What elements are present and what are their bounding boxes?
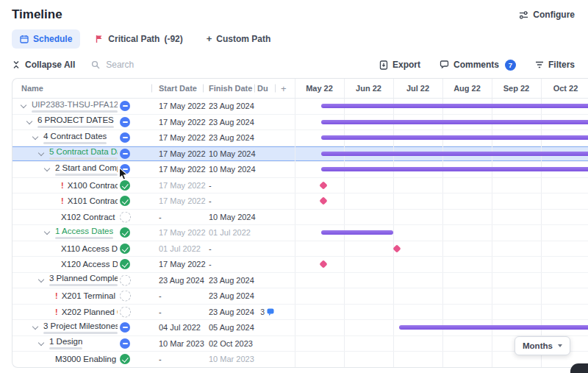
table-row[interactable]: X110 Access Date 2 - C 01 Jul 2022 -	[12, 241, 588, 257]
task-name-cell[interactable]: ! X100 Contract Award	[12, 178, 151, 193]
gantt-bar[interactable]	[321, 230, 393, 235]
start-date-cell[interactable]: 17 May 2022	[151, 178, 203, 193]
gantt-bar[interactable]	[321, 135, 588, 140]
gantt-bar[interactable]	[321, 120, 588, 124]
start-date-cell[interactable]: 10 Mar 2023	[151, 336, 203, 352]
start-date-cell[interactable]: 17 May 2022	[151, 146, 203, 162]
finish-date-cell[interactable]: 23 Aug 2024	[203, 273, 254, 288]
task-name-cell[interactable]: 1 Access Dates	[12, 225, 151, 241]
duration-cell[interactable]	[254, 130, 275, 146]
start-date-cell[interactable]: -	[151, 305, 203, 320]
table-row[interactable]: ! X100 Contract Award 17 May 2022 -	[12, 178, 588, 194]
chevron-down-icon[interactable]	[38, 150, 44, 156]
status-icon[interactable]	[120, 291, 131, 302]
task-name-cell[interactable]: 3 Planned Completion	[12, 273, 151, 288]
start-date-cell[interactable]: -	[151, 210, 203, 225]
duration-cell[interactable]	[254, 320, 275, 335]
status-icon[interactable]	[120, 132, 130, 143]
tab-critical-path[interactable]: Critical Path (-92)	[87, 29, 190, 49]
table-row[interactable]: 1 Design 10 Mar 2023 02 Oct 2023	[12, 336, 588, 352]
finish-date-cell[interactable]: 10 May 2024	[203, 146, 254, 162]
status-icon[interactable]	[120, 274, 131, 285]
milestone-diamond[interactable]	[319, 260, 327, 269]
duration-cell[interactable]	[254, 225, 275, 241]
status-icon[interactable]	[120, 244, 130, 254]
start-date-cell[interactable]: 17 May 2022	[151, 130, 203, 146]
finish-date-cell[interactable]: 23 Aug 2024	[203, 115, 254, 130]
task-name-cell[interactable]: ! X202 Planned Completio	[12, 305, 151, 320]
gantt-row[interactable]	[295, 162, 588, 177]
gantt-bar[interactable]	[321, 104, 588, 108]
chevron-down-icon[interactable]	[32, 134, 38, 140]
tab-schedule[interactable]: Schedule	[12, 29, 80, 49]
table-row[interactable]: 6 PROJECT DATES 17 May 2022 23 Aug 2024	[12, 115, 588, 131]
finish-date-cell[interactable]: 23 Aug 2024	[203, 305, 254, 320]
task-name-cell[interactable]: UIP2383-THSU-PFA12r1 THSU PF	[12, 99, 151, 114]
table-row[interactable]: ! X202 Planned Completio - 23 Aug 2024 3	[12, 305, 588, 321]
task-name-cell[interactable]: X102 Contract Completi	[12, 210, 151, 225]
table-row[interactable]: M3000 Enabling Works D - 10 Mar 2023	[12, 352, 588, 368]
status-icon[interactable]	[120, 164, 130, 174]
duration-cell[interactable]	[254, 146, 275, 162]
gantt-row[interactable]	[295, 288, 588, 304]
floating-corner-widget[interactable]	[570, 363, 588, 373]
finish-date-cell[interactable]: 02 Oct 2023	[203, 336, 254, 352]
start-date-cell[interactable]: 17 May 2022	[151, 225, 203, 241]
table-row[interactable]: ! X101 Contract Start Da 17 May 2022 -	[12, 193, 588, 210]
finish-date-cell[interactable]: -	[203, 193, 254, 209]
comment-chip-icon[interactable]	[267, 308, 274, 316]
task-name-cell[interactable]: 1 Design	[12, 336, 151, 352]
finish-date-cell[interactable]: 10 Mar 2023	[203, 352, 254, 367]
duration-cell[interactable]	[254, 257, 275, 272]
status-icon[interactable]	[120, 259, 130, 269]
start-date-cell[interactable]: 23 Aug 2024	[151, 273, 203, 288]
milestone-diamond[interactable]	[393, 244, 401, 252]
start-date-cell[interactable]: -	[151, 288, 203, 304]
gantt-row[interactable]	[295, 225, 588, 241]
finish-date-cell[interactable]: 05 Aug 2024	[203, 320, 254, 335]
column-header-start-date[interactable]: Start Date	[151, 79, 203, 98]
status-icon[interactable]	[120, 101, 130, 111]
table-row[interactable]: 1 Access Dates 17 May 2022 01 Jul 2022	[12, 225, 588, 241]
status-icon[interactable]	[120, 322, 130, 333]
finish-date-cell[interactable]: -	[203, 241, 254, 257]
task-name-cell[interactable]: 3 Project Milestones	[12, 320, 151, 335]
gantt-row[interactable]	[295, 178, 588, 193]
table-row[interactable]: 2 Start and Completion D 17 May 2022 10 …	[12, 162, 588, 178]
duration-cell[interactable]	[254, 162, 275, 177]
chevron-down-icon[interactable]	[32, 324, 38, 330]
task-name-cell[interactable]: 2 Start and Completion D	[12, 162, 151, 177]
finish-date-cell[interactable]: 10 May 2024	[203, 162, 254, 177]
finish-date-cell[interactable]: 23 Aug 2024	[203, 99, 254, 114]
chevron-down-icon[interactable]	[21, 102, 26, 108]
task-name-cell[interactable]: X120 Access Date 1 - T	[12, 257, 151, 272]
table-row[interactable]: 3 Planned Completion 23 Aug 2024 23 Aug …	[12, 273, 588, 289]
finish-date-cell[interactable]: -	[203, 178, 254, 193]
gantt-row[interactable]	[295, 193, 588, 209]
duration-cell[interactable]	[254, 178, 275, 193]
start-date-cell[interactable]: 17 May 2022	[151, 257, 203, 272]
status-icon[interactable]	[120, 227, 130, 238]
search-input[interactable]	[104, 59, 188, 71]
gantt-bar[interactable]	[321, 167, 588, 171]
milestone-diamond[interactable]	[319, 197, 327, 205]
table-row[interactable]: ! X201 Terminal Float - 23 Aug 2024	[12, 288, 588, 305]
export-button[interactable]: Export	[379, 60, 420, 70]
chevron-down-icon[interactable]	[26, 118, 32, 124]
milestone-diamond[interactable]	[319, 181, 327, 189]
status-icon[interactable]	[120, 211, 131, 222]
start-date-cell[interactable]: 17 May 2022	[151, 162, 203, 177]
gantt-row[interactable]	[295, 305, 588, 320]
start-date-cell[interactable]: 04 Jul 2022	[151, 320, 203, 335]
duration-cell[interactable]	[254, 336, 275, 352]
comments-button[interactable]: Comments 7	[440, 60, 516, 71]
status-icon[interactable]	[120, 149, 130, 159]
column-header-finish-date[interactable]: Finish Date	[203, 79, 254, 98]
duration-cell[interactable]	[254, 193, 275, 209]
add-column-button[interactable]: +	[275, 79, 295, 98]
finish-date-cell[interactable]: 23 Aug 2024	[203, 130, 254, 146]
table-row[interactable]: 4 Contract Dates 17 May 2022 23 Aug 2024	[12, 130, 588, 146]
gantt-row[interactable]	[295, 210, 588, 225]
column-header-name[interactable]: Name	[12, 79, 151, 98]
gantt-row[interactable]	[295, 257, 588, 272]
